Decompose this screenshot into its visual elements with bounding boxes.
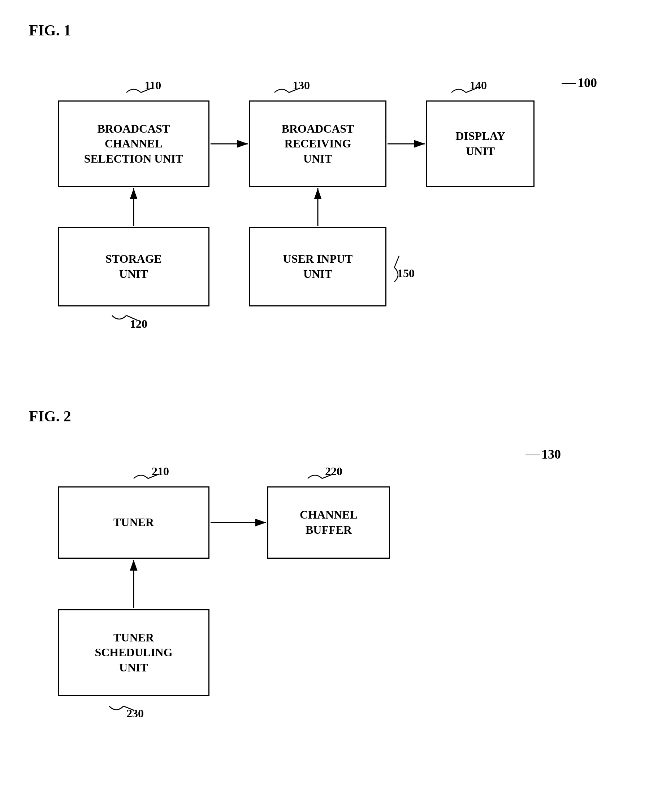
box-tuner-scheduling: TUNERSCHEDULINGUNIT bbox=[58, 609, 209, 696]
box-tuner: TUNER bbox=[58, 487, 209, 559]
ref-210: 210 bbox=[152, 465, 169, 478]
box-display: DISPLAYUNIT bbox=[426, 100, 535, 187]
svg-line-14 bbox=[394, 256, 399, 267]
ref-120: 120 bbox=[130, 317, 147, 331]
ref-100: 100 bbox=[562, 75, 597, 90]
ref-130-fig2: 130 bbox=[525, 447, 561, 462]
fig1-label: FIG. 1 bbox=[29, 22, 633, 39]
ref-130-fig1: 130 bbox=[292, 79, 310, 92]
box-user-input: USER INPUTUNIT bbox=[249, 227, 386, 306]
box-channel-buffer: CHANNELBUFFER bbox=[267, 487, 390, 559]
fig2-diagram: 130 TUNER CHANNELBUFFER TUNERSCHEDULINGU… bbox=[29, 440, 633, 765]
ref-140: 140 bbox=[469, 79, 487, 92]
ref-110: 110 bbox=[145, 79, 161, 92]
ref-150: 150 bbox=[397, 267, 415, 280]
fig1-diagram: 100 BROADCASTCHANNELSELECTION UNIT BROAD… bbox=[29, 53, 633, 379]
ref-230: 230 bbox=[126, 707, 144, 720]
fig2-label: FIG. 2 bbox=[29, 408, 633, 425]
box-broadcast-channel-selection: BROADCASTCHANNELSELECTION UNIT bbox=[58, 100, 209, 187]
ref-220: 220 bbox=[325, 465, 342, 478]
box-broadcast-receiving: BROADCASTRECEIVINGUNIT bbox=[249, 100, 386, 187]
box-storage: STORAGEUNIT bbox=[58, 227, 209, 306]
